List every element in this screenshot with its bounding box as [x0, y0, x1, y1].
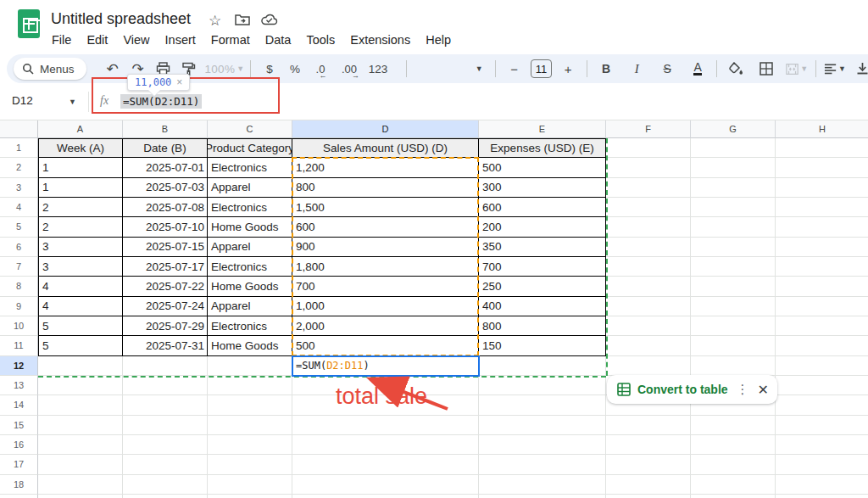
cell-H14[interactable] [776, 395, 868, 415]
cloud-saved-icon[interactable] [261, 14, 278, 25]
cell-A4[interactable]: 2 [38, 198, 123, 217]
menus-search-button[interactable]: Menus [14, 58, 86, 80]
row-header-19[interactable]: 19 [0, 495, 38, 498]
cell-B19[interactable] [123, 495, 208, 498]
cell-A8[interactable]: 4 [38, 277, 123, 296]
cell-C19[interactable] [208, 495, 292, 498]
bold-button[interactable]: B [595, 58, 617, 80]
cell-E10[interactable]: 800 [479, 316, 606, 336]
cell-A9[interactable]: 4 [38, 297, 123, 316]
cell-D9[interactable]: 1,000 [292, 297, 479, 316]
cell-B15[interactable] [123, 416, 208, 435]
strikethrough-button[interactable]: S [656, 58, 678, 80]
cell-A11[interactable]: 5 [38, 336, 123, 355]
cell-C2[interactable]: Electronics [208, 158, 292, 177]
column-header-C[interactable]: C [208, 120, 292, 138]
row-header-16[interactable]: 16 [0, 435, 38, 455]
star-icon[interactable]: ☆ [209, 12, 221, 30]
cell-B8[interactable]: 2025-07-22 [123, 277, 208, 296]
cell-B10[interactable]: 2025-07-29 [123, 316, 208, 336]
cell-F16[interactable] [606, 435, 691, 455]
menu-extensions[interactable]: Extensions [342, 31, 418, 49]
cell-D3[interactable]: 800 [292, 178, 479, 198]
cell-H18[interactable] [776, 475, 868, 495]
name-box[interactable]: D12 ▼ [12, 94, 76, 107]
row-header-9[interactable]: 9 [0, 297, 38, 316]
cell-G3[interactable] [691, 178, 776, 198]
cell-H7[interactable] [776, 257, 868, 277]
cell-H12[interactable] [776, 356, 868, 376]
cell-C9[interactable]: Apparel [208, 297, 292, 316]
cell-B5[interactable]: 2025-07-10 [123, 217, 208, 237]
cell-C11[interactable]: Home Goods [208, 336, 292, 355]
cell-G11[interactable] [691, 336, 776, 355]
cell-G16[interactable] [691, 435, 776, 455]
cell-A18[interactable] [38, 475, 123, 495]
cell-A13[interactable] [38, 376, 123, 395]
cell-F10[interactable] [606, 316, 691, 336]
cell-G10[interactable] [691, 316, 776, 336]
cell-H10[interactable] [776, 316, 868, 336]
close-icon[interactable]: × [176, 76, 182, 88]
cell-C8[interactable]: Home Goods [208, 277, 292, 296]
cell-C6[interactable]: Apparel [208, 238, 292, 257]
cell-G8[interactable] [691, 277, 776, 296]
cell-F15[interactable] [606, 416, 691, 435]
cell-C12[interactable] [208, 356, 292, 376]
cell-F2[interactable] [606, 158, 691, 177]
cell-C7[interactable]: Electronics [208, 257, 292, 277]
cell-E19[interactable] [479, 495, 606, 498]
cell-E2[interactable]: 500 [479, 158, 606, 177]
cell-H2[interactable] [776, 158, 868, 177]
cell-F12[interactable] [606, 356, 691, 376]
cell-A19[interactable] [38, 495, 123, 498]
cell-F19[interactable] [606, 495, 691, 498]
font-family-select[interactable]: ▼ [437, 58, 483, 80]
cell-E5[interactable]: 200 [479, 217, 606, 237]
cell-C10[interactable]: Electronics [208, 316, 292, 336]
cell-F11[interactable] [606, 336, 691, 355]
cell-H16[interactable] [776, 435, 868, 455]
menu-tools[interactable]: Tools [298, 31, 342, 49]
sheets-logo-icon[interactable] [18, 9, 40, 38]
cell-B17[interactable] [123, 455, 208, 474]
cell-A15[interactable] [38, 416, 123, 435]
cell-H4[interactable] [776, 198, 868, 217]
row-header-14[interactable]: 14 [0, 395, 38, 415]
cell-H1[interactable] [776, 138, 868, 158]
cell-E13[interactable] [479, 376, 606, 395]
cell-D8[interactable]: 700 [292, 277, 479, 296]
cell-D1[interactable]: Sales Amount (USD) (D) [292, 138, 479, 158]
cell-B16[interactable] [123, 435, 208, 455]
cell-B6[interactable]: 2025-07-15 [123, 238, 208, 257]
cell-G9[interactable] [691, 297, 776, 316]
cell-H8[interactable] [776, 277, 868, 296]
cell-E4[interactable]: 600 [479, 198, 606, 217]
cell-G4[interactable] [691, 198, 776, 217]
cell-H6[interactable] [776, 238, 868, 257]
cell-A6[interactable]: 3 [38, 238, 123, 257]
column-header-H[interactable]: H [776, 120, 868, 138]
cell-B14[interactable] [123, 395, 208, 415]
cell-C18[interactable] [208, 475, 292, 495]
cell-C14[interactable] [208, 395, 292, 415]
select-all-corner[interactable] [0, 120, 38, 138]
cell-B1[interactable]: Date (B) [123, 138, 208, 158]
column-header-B[interactable]: B [123, 120, 208, 138]
cell-D4[interactable]: 1,500 [292, 198, 479, 217]
row-header-6[interactable]: 6 [0, 238, 38, 257]
close-icon[interactable]: ✕ [758, 382, 769, 398]
cell-B13[interactable] [123, 376, 208, 395]
decrease-font-size-button[interactable]: − [504, 58, 526, 80]
cell-D15[interactable] [292, 416, 479, 435]
cell-E12[interactable] [479, 356, 606, 376]
cell-G12[interactable] [691, 356, 776, 376]
row-header-15[interactable]: 15 [0, 416, 38, 435]
cell-C3[interactable]: Apparel [208, 178, 292, 198]
percent-format-button[interactable]: % [284, 58, 306, 80]
cell-A14[interactable] [38, 395, 123, 415]
zoom-select[interactable]: 100% ▼ [207, 58, 243, 80]
menu-help[interactable]: Help [418, 31, 459, 49]
cell-H13[interactable] [776, 376, 868, 395]
column-header-E[interactable]: E [479, 120, 606, 138]
